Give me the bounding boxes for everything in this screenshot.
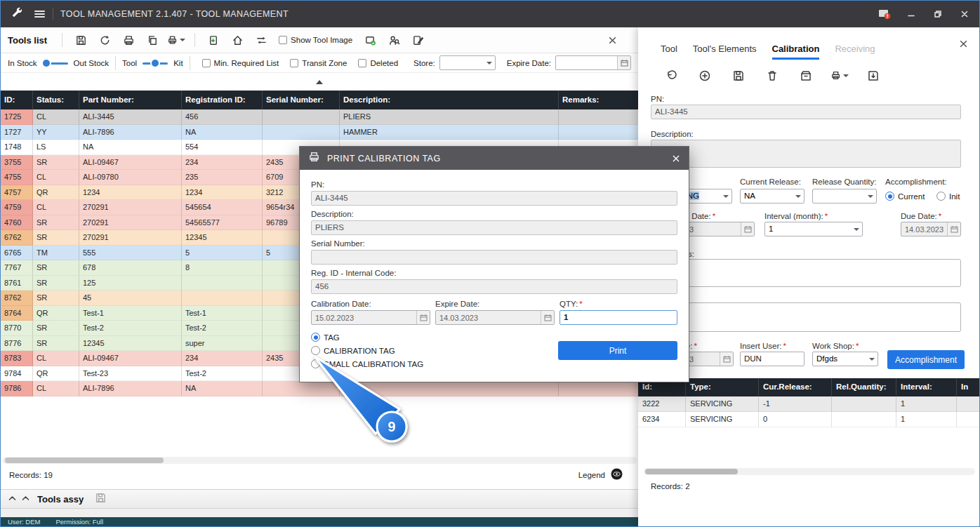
show-tool-image-checkbox[interactable]: Show Tool Image <box>279 36 352 44</box>
column-header[interactable]: Cur.Release: <box>759 378 832 396</box>
column-header[interactable]: Serial Number: <box>263 91 340 109</box>
import-clipboard-icon[interactable] <box>204 31 223 49</box>
column-header[interactable]: Description: <box>340 91 559 109</box>
grid-row[interactable]: 3222SERVICING-11 <box>638 396 980 412</box>
edit-list-icon[interactable] <box>409 31 427 49</box>
user-search-icon[interactable] <box>385 31 403 49</box>
accomplishment-button[interactable]: Accomplishment <box>887 350 965 369</box>
table-cell: SR <box>33 321 79 336</box>
tools-panel-close-icon[interactable] <box>603 31 621 49</box>
grid-row[interactable]: 6234SERVICING01 <box>638 412 980 427</box>
grid-cell: SERVICING <box>686 412 759 427</box>
table-cell: Test-1 <box>182 306 263 321</box>
calendar-icon[interactable] <box>617 56 630 69</box>
remarks-textarea[interactable] <box>651 302 961 332</box>
work-shop-select[interactable]: Dfgds <box>812 352 878 366</box>
table-cell: SR <box>33 215 79 231</box>
print-menu-icon[interactable] <box>830 67 849 85</box>
restore-button[interactable] <box>932 8 944 20</box>
column-header[interactable]: Type: <box>686 378 759 396</box>
archive-icon[interactable] <box>797 67 815 85</box>
column-header[interactable]: Registration ID: <box>182 91 263 109</box>
table-cell: SR <box>33 155 79 171</box>
export-icon[interactable] <box>864 67 882 85</box>
save-icon[interactable] <box>72 31 90 49</box>
radio-small-calibration-tag[interactable]: SMALL CALIBRATION TAG <box>311 357 423 371</box>
menu-hamburger-icon[interactable] <box>33 8 46 20</box>
interval-select[interactable]: 1 <box>764 222 863 236</box>
table-cell: 1748 <box>1 140 33 155</box>
column-header[interactable]: Status: <box>33 91 79 109</box>
stock-toggle[interactable] <box>43 59 68 67</box>
minimize-button[interactable] <box>905 8 918 20</box>
dialog-calibration-date-label: Calibration Date: <box>311 300 430 308</box>
table-cell <box>182 291 263 306</box>
insert-user-input[interactable]: DUN <box>740 352 804 366</box>
add-icon[interactable] <box>696 67 714 85</box>
table-row[interactable]: 1727YYALI-7896NAHAMMER <box>1 125 638 140</box>
column-header[interactable]: In <box>957 378 980 396</box>
radio-current[interactable]: Current <box>885 189 925 203</box>
tab-tools-elements[interactable]: Tool's Elements <box>693 44 757 60</box>
instructions-textarea[interactable] <box>651 259 961 287</box>
release-quantity-select[interactable] <box>812 189 877 204</box>
dialog-pn-label: PN: <box>311 180 677 189</box>
delete-icon[interactable] <box>763 67 781 85</box>
checkbox-label: Show Tool Image <box>291 36 352 44</box>
dialog-qty-input[interactable]: 1 <box>559 310 677 325</box>
current-release-select[interactable]: NA <box>740 189 804 204</box>
table-cell <box>340 381 559 396</box>
print-icon[interactable] <box>119 31 138 49</box>
table-cell: SR <box>33 260 79 276</box>
table-cell: 8761 <box>1 276 33 291</box>
table-cell: 6765 <box>1 246 33 261</box>
calendar-icon <box>416 311 430 324</box>
detail-panel-close-icon[interactable] <box>959 39 968 51</box>
title-bar: TOOL MANAGEMENT 2.1.407 - TOOL MANAGEMEN… <box>1 1 980 27</box>
close-button[interactable] <box>958 8 971 20</box>
tool-image-icon[interactable] <box>361 31 379 49</box>
column-header[interactable]: Part Number: <box>79 91 182 109</box>
tab-tool[interactable]: Tool <box>661 44 677 60</box>
home-icon[interactable] <box>228 31 246 49</box>
grid-cell <box>832 412 896 427</box>
collapse-filters-arrow-icon[interactable] <box>316 80 323 84</box>
store-select[interactable] <box>439 55 496 70</box>
tools-table-header: ID:Status:Part Number:Registration ID:Se… <box>1 91 638 109</box>
radio-tag[interactable]: TAG <box>311 331 423 344</box>
table-row[interactable]: 9786CLALI-7896NA <box>1 381 638 396</box>
save-icon[interactable] <box>729 67 748 85</box>
detail-hscrollbar-thumb[interactable] <box>645 469 738 474</box>
legend-eye-icon[interactable] <box>611 468 623 481</box>
tool-kit-toggle[interactable] <box>143 59 168 67</box>
grid-cell: 1 <box>896 396 957 412</box>
radio-calibration-tag[interactable]: CALIBRATION TAG <box>311 344 423 357</box>
radio-init[interactable]: Init <box>936 189 960 203</box>
min-required-checkbox[interactable]: Min. Required List <box>202 59 279 67</box>
column-header[interactable]: Interval: <box>896 378 957 396</box>
table-row[interactable]: 1725CLALI-3445456PLIERS <box>1 109 638 125</box>
tab-calibration[interactable]: Calibration <box>772 44 820 60</box>
dialog-close-icon[interactable] <box>672 154 680 163</box>
notification-icon[interactable] <box>878 8 891 20</box>
print-options-icon[interactable] <box>167 31 185 49</box>
table-cell: QR <box>33 306 79 321</box>
copy-icon[interactable] <box>143 31 161 49</box>
dialog-header: PRINT CALIBRATION TAG <box>300 147 689 170</box>
tools-hscrollbar-thumb[interactable] <box>5 458 164 463</box>
transit-zone-checkbox[interactable]: Transit Zone <box>290 59 347 67</box>
deleted-checkbox[interactable]: Deleted <box>358 59 398 67</box>
column-header[interactable]: ID: <box>1 91 33 109</box>
transfer-icon[interactable] <box>252 31 270 49</box>
undo-icon[interactable] <box>662 67 680 85</box>
expire-date-input[interactable] <box>555 55 631 70</box>
column-header[interactable]: Remarks: <box>559 91 638 109</box>
expand-up-icon[interactable] <box>21 493 30 505</box>
expand-up-icon[interactable] <box>8 493 17 505</box>
print-button[interactable]: Print <box>558 341 677 360</box>
print-calibration-tag-dialog: PRINT CALIBRATION TAG PN: ALI-3445 Descr… <box>299 146 689 382</box>
column-header[interactable]: Rel.Quantity: <box>832 378 896 396</box>
refresh-icon[interactable] <box>95 31 114 49</box>
assy-save-icon[interactable] <box>95 492 107 507</box>
tab-receiving: Receiving <box>835 44 875 60</box>
